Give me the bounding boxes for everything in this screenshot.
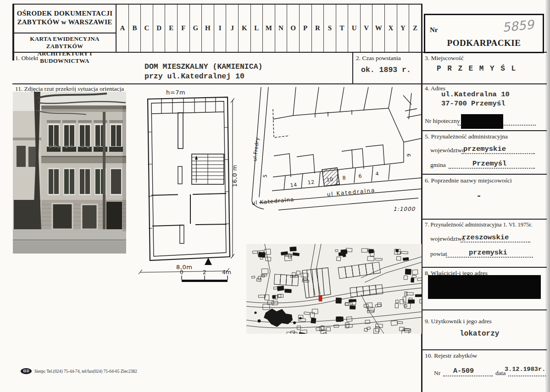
alphabet-letter: H xyxy=(202,5,214,52)
parcel-6: 6 xyxy=(358,173,362,179)
printer-logo: ŒD xyxy=(21,368,32,374)
alphabet-letter: M xyxy=(263,5,275,52)
address-value: ul.Katedralna 10 37-700 Przemyśl xyxy=(441,90,510,108)
footer-print-info: Sierpc Tel.(024) 75-44-74, tel/fax(024) … xyxy=(34,369,137,374)
admin-1975-label: 7. Przynależność administracyjna 1. VI. … xyxy=(425,221,545,228)
register-date-dotted xyxy=(508,375,546,376)
alphabet-strip: ABCDEFGHIJKLMNOPRSTUVWXYZ xyxy=(117,5,421,52)
alphabet-letter: N xyxy=(275,5,288,52)
user-label: 9. Użytkownik i jego adres xyxy=(425,318,492,325)
alphabet-letter: X xyxy=(385,5,397,52)
voivodeship-title: PODKARPACKIE xyxy=(425,38,543,48)
fredry-number: 5 xyxy=(262,174,268,178)
admin-label: 5. Przynależność administracyjna xyxy=(425,133,508,140)
city-map-subject-marker xyxy=(319,295,322,301)
alphabet-letter: L xyxy=(251,5,263,52)
alphabet-letter: C xyxy=(141,5,153,52)
street-fredry-label: ul.Fredry xyxy=(252,137,260,162)
parcel-14: 14 xyxy=(290,182,297,188)
plan-vertical-dim: 16,0 m xyxy=(231,165,238,187)
s1-s2-divider xyxy=(352,52,353,84)
powiat-label: powiat xyxy=(430,250,447,258)
plan-scale-bar xyxy=(182,280,228,282)
header-org-title: OŚRODEK DOKUMENTACJI ZABYTKÓW w WARSZAWI… xyxy=(15,9,115,27)
powiat-value: przemyski xyxy=(469,248,507,257)
scale-tick-0: 0 xyxy=(180,269,183,276)
plan-horizontal-dim: 8,0m xyxy=(176,264,192,271)
redaction-box-mortgage xyxy=(461,114,503,129)
alphabet-letter: R xyxy=(312,5,324,52)
powiat-dotted xyxy=(446,257,533,258)
alphabet-letter: W xyxy=(372,5,385,52)
parcel-12: 12 xyxy=(307,179,315,185)
voivodeship-1975-value: rzeszowskie xyxy=(462,233,509,242)
town-value: P R Z E M Y Ś L xyxy=(437,65,517,73)
nr-box: Nr 5859 PODKARPACKIE xyxy=(424,14,544,53)
object-value-line2: przy ul.Katedralnej 10 xyxy=(144,72,262,81)
parcel-10: 10 xyxy=(326,176,333,182)
register-nr-dotted xyxy=(443,375,493,376)
s8-s9-line xyxy=(421,309,547,310)
address-line2: 37-700 Przemyśl xyxy=(441,99,510,108)
parcel-8: 8 xyxy=(342,175,346,181)
alphabet-letter: Z xyxy=(409,5,421,52)
alphabet-letter: P xyxy=(300,5,312,52)
voivodeship-dotted xyxy=(461,153,535,154)
alphabet-letter: U xyxy=(348,5,361,52)
previous-names-value: - xyxy=(476,191,482,201)
s9-s10-line xyxy=(421,349,547,350)
object-label: 1. Obiekt xyxy=(15,55,38,62)
alphabet-letter: V xyxy=(361,5,373,52)
mortgage-number-label: Nr hipoteczny xyxy=(425,117,460,125)
alphabet-letter: D xyxy=(153,5,166,52)
s5-s6-line xyxy=(421,174,547,175)
facade-photo xyxy=(13,92,126,254)
register-nr-value: A-509 xyxy=(453,367,474,375)
city-map-drawing xyxy=(246,244,422,334)
header-left-divider xyxy=(12,33,116,33)
town-label: 3. Miejscowość xyxy=(425,55,464,62)
document-card: OŚRODEK DOKUMENTACJI ZABYTKÓW w WARSZAWI… xyxy=(0,0,550,392)
date-built-value: ok. 1893 r. xyxy=(361,66,411,74)
alphabet-letter: I xyxy=(214,5,227,52)
alphabet-letter: S xyxy=(324,5,336,52)
voivodeship-field-label: województwo xyxy=(430,147,465,154)
alphabet-letter: J xyxy=(226,5,239,52)
street-katedralna-label-2: ul Katedralna xyxy=(251,196,294,206)
address-line1: ul.Katedralna 10 xyxy=(441,90,510,99)
s6-s7-line xyxy=(421,219,547,220)
across-street-number: 6 xyxy=(406,154,411,157)
object-value-line1: DOM MIESZKALNY (KAMIENICA) xyxy=(144,62,262,72)
redaction-box-owner xyxy=(428,275,541,299)
site-plan-drawing: ul.Fredry 5 14 12 10 8 6 4 ul Katedralna… xyxy=(245,87,421,215)
parcel-4: 4 xyxy=(375,171,379,177)
alphabet-letter: K xyxy=(239,5,251,52)
voivodeship-field-value: przemyskie xyxy=(463,145,506,153)
street-katedralna-label-1: ul Katedralna xyxy=(327,187,376,198)
org-line2: ZABYTKÓW w WARSZAWIE xyxy=(15,18,115,27)
alphabet-letter: B xyxy=(129,5,141,52)
scan-edge-shadow xyxy=(545,0,550,392)
alphabet-letter: Y xyxy=(397,5,410,52)
scale-tick-4m: 4m xyxy=(222,269,231,276)
gmina-dotted xyxy=(449,168,535,169)
object-value: DOM MIESZKALNY (KAMIENICA) przy ul.Kated… xyxy=(144,62,262,81)
alphabet-letter: G xyxy=(190,5,202,52)
alphabet-letter: F xyxy=(178,5,190,52)
photo-upper-windows xyxy=(47,120,123,152)
s7-s8-line xyxy=(421,267,547,268)
gmina-field-label: gmina xyxy=(430,161,446,169)
previous-names-label: 6. Poprzednie nazwy miejscowości xyxy=(425,177,512,184)
site-plan-scale: 1:1000 xyxy=(393,206,416,212)
voivodeship-1975-dotted xyxy=(461,242,530,243)
plan-north-triangle xyxy=(205,258,212,265)
register-label: 10. Rejestr zabytków xyxy=(425,352,477,359)
floor-plan-drawing: h=7m xyxy=(138,86,242,284)
photo-lower-windows xyxy=(48,168,122,195)
alphabet-letter: O xyxy=(287,5,300,52)
scale-tick-2: 2 xyxy=(203,269,206,276)
alphabet-letter: A xyxy=(117,5,129,52)
user-value: lokatorzy xyxy=(460,330,499,338)
nr-handwritten-value: 5859 xyxy=(502,17,535,34)
nr-label: Nr xyxy=(430,26,438,34)
